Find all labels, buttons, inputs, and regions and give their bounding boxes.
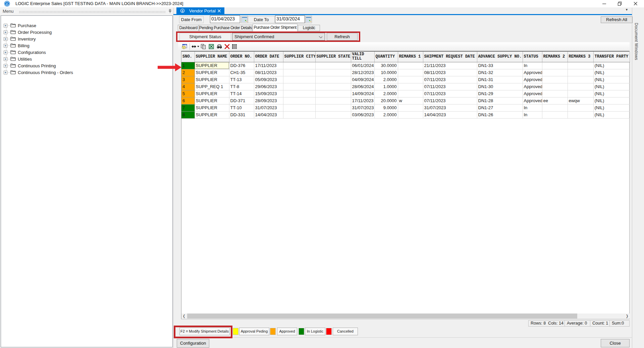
tree-expand-icon[interactable] xyxy=(4,57,7,61)
data-cell[interactable]: 17/11/2023 xyxy=(351,97,374,104)
data-cell[interactable]: SUPPLIER xyxy=(195,69,229,76)
tab-pending-purchase-order-details[interactable]: Pending Purchase Order Details xyxy=(199,25,252,31)
data-cell[interactable]: 31/07/2023 xyxy=(423,104,477,111)
tree-expand-icon[interactable] xyxy=(4,30,7,34)
date-from-input[interactable]: 01/04/2023 xyxy=(210,15,240,23)
data-cell[interactable] xyxy=(398,111,423,118)
data-cell[interactable] xyxy=(315,83,351,90)
restore-button[interactable] xyxy=(618,1,622,6)
data-cell[interactable]: In xyxy=(523,62,542,69)
data-cell[interactable]: 14/09/2024 xyxy=(351,90,374,97)
data-cell[interactable]: (NIL) xyxy=(593,69,630,76)
data-cell[interactable]: DN1-27 xyxy=(477,104,523,111)
data-cell[interactable]: 30.0000 xyxy=(374,62,398,69)
data-cell[interactable] xyxy=(398,76,423,83)
data-cell[interactable]: (NIL) xyxy=(593,62,630,69)
data-cell[interactable]: SUPPLIER xyxy=(195,90,229,97)
data-cell[interactable] xyxy=(398,90,423,97)
column-header[interactable]: ORDER NO. xyxy=(229,52,254,62)
data-cell[interactable]: 08/11/2023 xyxy=(254,69,283,76)
table-row[interactable]: 4SUPP_REQ 1TT-829/06/202328/06/20241.000… xyxy=(181,83,630,90)
data-cell[interactable]: 10.0000 xyxy=(374,69,398,76)
filter-refresh-button[interactable]: Refresh xyxy=(327,33,358,41)
data-cell[interactable]: 07/11/2023 xyxy=(423,90,477,97)
tree-item-continuous-printing-orders[interactable]: Continuous Printing - Orders xyxy=(1,69,172,76)
data-cell[interactable] xyxy=(398,69,423,76)
data-cell[interactable]: 31/07/2023 xyxy=(351,104,374,111)
tree-item-inventory[interactable]: Inventory xyxy=(1,36,172,43)
column-header[interactable]: ORDER DATE xyxy=(254,52,283,62)
column-header[interactable]: QUANTITY xyxy=(374,52,398,62)
data-cell[interactable]: Approved xyxy=(523,90,542,97)
data-cell[interactable]: ee xyxy=(542,97,568,104)
column-header[interactable]: VALID TILL xyxy=(351,52,374,62)
data-cell[interactable] xyxy=(568,83,593,90)
column-header[interactable]: STATUS xyxy=(523,52,542,62)
column-header[interactable]: SUPPLIER CITY xyxy=(283,52,315,62)
column-header[interactable]: SHIPMENT REQUEST DATE xyxy=(423,52,477,62)
column-header[interactable]: REMARKS 3 xyxy=(568,52,593,62)
data-cell[interactable] xyxy=(542,104,568,111)
tab-purchase-order-shipment[interactable]: Purchase Order Shipment xyxy=(253,24,298,31)
data-cell[interactable]: SUPPLIER xyxy=(195,76,229,83)
data-cell[interactable]: 05/09/2023 xyxy=(254,76,283,83)
data-cell[interactable]: SUPPLIER xyxy=(195,97,229,104)
data-cell[interactable] xyxy=(283,104,315,111)
data-cell[interactable]: DD-371 xyxy=(229,97,254,104)
data-cell[interactable]: 2.0000 xyxy=(374,111,398,118)
data-cell[interactable] xyxy=(568,69,593,76)
data-cell[interactable]: (NIL) xyxy=(593,111,630,118)
data-cell[interactable]: TT-14 xyxy=(229,90,254,97)
tree-item-continuous-printing[interactable]: Continuous Printing xyxy=(1,63,172,69)
data-cell[interactable] xyxy=(315,62,351,69)
data-cell[interactable]: DD-331 xyxy=(229,111,254,118)
data-cell[interactable]: Approved xyxy=(523,83,542,90)
data-cell[interactable]: 2.0000 xyxy=(374,90,398,97)
table-row[interactable]: 6SUPPLIERDD-37128/09/202317/11/202320.00… xyxy=(181,97,630,104)
column-header[interactable]: REMARKS 1 xyxy=(398,52,423,62)
data-cell[interactable] xyxy=(568,104,593,111)
sno-cell[interactable]: 5 xyxy=(181,90,195,97)
data-cell[interactable] xyxy=(315,104,351,111)
data-cell[interactable]: 1.0000 xyxy=(374,83,398,90)
data-cell[interactable]: DN1-32 xyxy=(477,69,523,76)
date-to-input[interactable]: 31/03/2024 xyxy=(275,15,305,23)
data-cell[interactable]: TT-13 xyxy=(229,76,254,83)
data-cell[interactable] xyxy=(568,111,593,118)
configuration-button[interactable]: Configuration xyxy=(177,339,209,348)
data-cell[interactable]: 28/06/2024 xyxy=(351,83,374,90)
scroll-right-arrow-icon[interactable]: ❭ xyxy=(625,314,630,319)
date-from-calendar-button[interactable] xyxy=(241,16,248,23)
copy-icon[interactable] xyxy=(201,44,206,49)
data-cell[interactable]: TT-10 xyxy=(229,104,254,111)
data-cell[interactable]: In xyxy=(523,104,542,111)
data-cell[interactable] xyxy=(315,69,351,76)
data-cell[interactable] xyxy=(315,97,351,104)
table-row[interactable]: 2SUPPLIERCH1-3508/11/202328/12/202310.00… xyxy=(181,69,630,76)
sno-cell[interactable]: 1 xyxy=(181,62,195,69)
scrollbar-thumb[interactable] xyxy=(187,314,577,319)
data-cell[interactable] xyxy=(398,83,423,90)
data-cell[interactable]: 03/06/2023 xyxy=(351,111,374,118)
tree-item-utilities[interactable]: Utilities xyxy=(1,56,172,63)
data-cell[interactable] xyxy=(568,90,593,97)
column-header[interactable]: SUPPLIER STATE xyxy=(315,52,351,62)
data-cell[interactable]: 07/11/2023 xyxy=(423,76,477,83)
data-cell[interactable]: DN1-33 xyxy=(477,62,523,69)
data-cell[interactable] xyxy=(283,83,315,90)
column-header[interactable]: TRANSFER PARTY NAME xyxy=(593,52,630,62)
data-cell[interactable]: 9.0000 xyxy=(374,104,398,111)
table-row[interactable]: 5SUPPLIERTT-1415/09/202314/09/20242.0000… xyxy=(181,90,630,97)
sno-cell[interactable]: 3 xyxy=(181,76,195,83)
date-to-calendar-button[interactable] xyxy=(305,16,312,23)
data-cell[interactable] xyxy=(542,76,568,83)
data-cell[interactable] xyxy=(568,76,593,83)
tree-expand-icon[interactable] xyxy=(4,71,7,74)
data-cell[interactable] xyxy=(542,83,568,90)
shipment-status-dropdown[interactable]: Shipment Confirmed xyxy=(232,33,325,41)
data-cell[interactable]: DN1-30 xyxy=(477,83,523,90)
grid-icon[interactable] xyxy=(232,44,237,49)
data-cell[interactable] xyxy=(283,62,315,69)
data-cell[interactable]: (NIL) xyxy=(593,97,630,104)
data-cell[interactable]: SUPPLIER xyxy=(195,111,229,118)
